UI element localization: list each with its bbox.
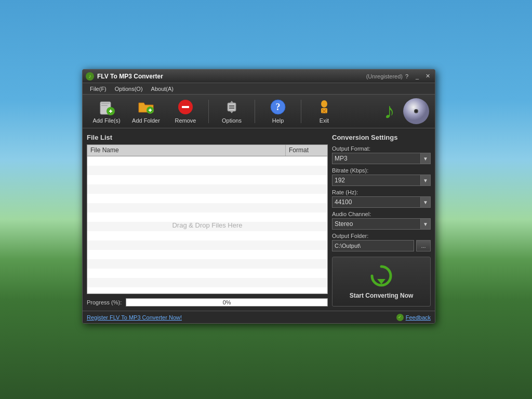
progress-bar-text: 0%: [126, 299, 327, 306]
window-title: FLV To MP3 Converter: [97, 73, 363, 80]
folder-browse-button[interactable]: ...: [416, 240, 431, 251]
exit-label: Exit: [320, 117, 329, 124]
output-folder-row: Output Folder: ...: [332, 233, 431, 251]
file-list-header: File Name Format: [87, 145, 327, 156]
menu-about[interactable]: About(A): [147, 85, 178, 93]
app-logo: ♪: [383, 98, 430, 125]
audio-channel-label: Audio Channel:: [332, 211, 431, 217]
audio-channel-row: Audio Channel: Stereo Mono ▼: [332, 211, 431, 230]
svg-point-18: [321, 100, 327, 108]
bitrate-select[interactable]: 64 128 192 256 320: [332, 175, 431, 186]
output-format-select[interactable]: MP3 AAC OGG WMA WAV: [332, 153, 431, 164]
bitrate-label: Bitrate (Kbps):: [332, 167, 431, 174]
svg-rect-8: [150, 109, 151, 112]
svg-marker-14: [230, 101, 234, 103]
menu-bar: File(F) Options(O) About(A): [83, 83, 435, 95]
column-filename: File Name: [87, 145, 286, 156]
audio-channel-select[interactable]: Stereo Mono: [332, 218, 431, 230]
progress-label: Progress (%):: [87, 299, 122, 305]
svg-marker-27: [377, 279, 385, 284]
bitrate-wrapper: 64 128 192 256 320 ▼: [332, 175, 431, 186]
folder-row: ...: [332, 240, 431, 251]
title-bar: ♪ FLV To MP3 Converter (Unregistered) ? …: [83, 70, 435, 83]
options-button[interactable]: Options: [213, 97, 250, 126]
rate-wrapper: 22050 44100 48000 ▼: [332, 196, 431, 208]
main-content: File List File Name Format Drag & Drop F…: [83, 128, 435, 311]
app-icon: ♪: [86, 72, 94, 81]
svg-rect-13: [229, 108, 234, 109]
settings-title: Conversion Settings: [332, 132, 431, 142]
add-folder-label: Add Folder: [132, 117, 160, 124]
remove-button[interactable]: Remove: [167, 97, 204, 126]
output-format-wrapper: MP3 AAC OGG WMA WAV ▼: [332, 153, 431, 164]
svg-text:♪: ♪: [384, 99, 395, 123]
close-btn[interactable]: ✕: [423, 73, 432, 80]
add-files-button[interactable]: Add File(s): [88, 97, 125, 126]
file-list-body[interactable]: Drag & Drop Files Here: [87, 156, 327, 294]
output-folder-input[interactable]: [332, 240, 414, 251]
options-icon: [223, 99, 240, 115]
app-window: ♪ FLV To MP3 Converter (Unregistered) ? …: [82, 69, 435, 324]
progress-bar-container: 0%: [126, 298, 328, 307]
register-link[interactable]: Register FLV To MP3 Converter Now!: [87, 314, 182, 321]
output-format-label: Output Format:: [332, 145, 431, 152]
add-files-label: Add File(s): [92, 117, 120, 124]
help-title-btn[interactable]: ?: [403, 73, 411, 80]
exit-icon: [316, 99, 332, 115]
minimize-btn[interactable]: _: [413, 73, 421, 80]
file-list-title: File List: [87, 132, 328, 142]
feedback-area: ✓ Feedback: [396, 314, 431, 321]
drag-drop-hint: Drag & Drop Files Here: [172, 221, 242, 229]
add-folder-button[interactable]: Add Folder: [127, 97, 165, 126]
bitrate-row: Bitrate (Kbps): 64 128 192 256 320 ▼: [332, 167, 431, 186]
svg-rect-5: [110, 110, 111, 113]
status-bar: Register FLV To MP3 Converter Now! ✓ Fee…: [83, 311, 435, 323]
toolbar-separator-2: [255, 100, 255, 123]
rate-row: Rate (Hz): 22050 44100 48000 ▼: [332, 189, 431, 208]
add-files-icon: [98, 99, 115, 115]
svg-marker-15: [230, 111, 234, 113]
file-list-panel: File List File Name Format Drag & Drop F…: [87, 132, 328, 307]
convert-btn-icon: [370, 264, 393, 289]
help-label: Help: [272, 117, 284, 124]
output-folder-label: Output Folder:: [332, 233, 431, 239]
progress-row: Progress (%): 0%: [87, 298, 328, 307]
menu-options[interactable]: Options(O): [111, 85, 147, 93]
toolbar: Add File(s) Add Folder Rem: [83, 95, 435, 128]
column-format: Format: [286, 145, 327, 156]
output-format-row: Output Format: MP3 AAC OGG WMA WAV ▼: [332, 145, 431, 164]
exit-button[interactable]: Exit: [305, 97, 343, 126]
help-button[interactable]: ? Help: [259, 97, 297, 126]
start-converting-button[interactable]: Start Converting Now: [332, 257, 431, 307]
rate-select[interactable]: 22050 44100 48000: [332, 196, 431, 208]
file-list-table[interactable]: File Name Format Drag & Drop Files Here: [87, 144, 328, 294]
options-label: Options: [222, 117, 242, 124]
audio-channel-wrapper: Stereo Mono ▼: [332, 218, 431, 230]
settings-panel: Conversion Settings Output Format: MP3 A…: [332, 132, 431, 307]
window-subtitle: (Unregistered): [366, 73, 403, 79]
svg-text:?: ?: [276, 102, 281, 112]
toolbar-separator-1: [208, 100, 209, 123]
convert-btn-label: Start Converting Now: [350, 292, 414, 299]
title-bar-controls: ? _ ✕: [403, 73, 432, 80]
remove-label: Remove: [175, 117, 196, 124]
feedback-icon: ✓: [396, 314, 404, 321]
remove-icon: [177, 99, 194, 115]
add-folder-icon: [138, 99, 154, 115]
svg-rect-11: [228, 103, 236, 111]
rate-label: Rate (Hz):: [332, 189, 431, 195]
menu-file[interactable]: File(F): [86, 85, 111, 93]
help-icon: ?: [270, 99, 286, 115]
svg-rect-12: [229, 105, 234, 107]
toolbar-separator-3: [301, 100, 301, 123]
svg-rect-2: [101, 105, 108, 106]
svg-point-25: [415, 110, 417, 112]
svg-rect-10: [182, 106, 189, 108]
feedback-link[interactable]: Feedback: [406, 314, 431, 321]
svg-rect-1: [101, 103, 110, 104]
